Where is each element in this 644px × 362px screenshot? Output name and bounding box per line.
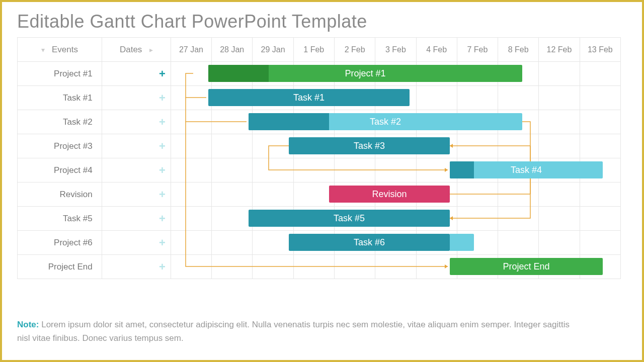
cell xyxy=(253,183,293,207)
cell xyxy=(498,110,539,134)
gantt-chart: ▾ Events Dates ▸ 27 Jan28 Jan29 Jan1 Feb… xyxy=(17,37,621,309)
row-date-cell: + xyxy=(102,255,171,279)
cell xyxy=(416,86,457,110)
cell xyxy=(253,62,293,86)
gantt-row: Project End+ xyxy=(18,255,621,279)
cell xyxy=(334,110,375,134)
chevron-right-icon[interactable]: ▸ xyxy=(149,46,153,54)
cell xyxy=(171,183,211,207)
cell xyxy=(416,110,457,134)
plus-icon[interactable]: + xyxy=(159,117,166,128)
row-label: Project #3 xyxy=(18,134,102,158)
row-date-cell: + xyxy=(102,183,171,207)
cell xyxy=(375,158,416,183)
cell xyxy=(457,158,498,183)
cell xyxy=(375,207,416,231)
cell xyxy=(293,134,334,158)
cell xyxy=(334,86,375,110)
cell xyxy=(253,134,293,158)
plus-icon[interactable]: + xyxy=(159,213,166,224)
col-events: ▾ Events xyxy=(18,38,102,62)
col-day-9: 12 Feb xyxy=(539,38,580,62)
footnote: Note: Lorem ipsum dolor sit amet, consec… xyxy=(17,318,571,345)
cell xyxy=(416,158,457,183)
gantt-row: Task #2+ xyxy=(18,110,621,134)
col-events-label: Events xyxy=(52,45,78,54)
gantt-row: Project #4+ xyxy=(18,158,621,183)
cell xyxy=(375,231,416,255)
plus-icon[interactable]: + xyxy=(159,237,166,248)
gantt-grid: ▾ Events Dates ▸ 27 Jan28 Jan29 Jan1 Feb… xyxy=(17,37,621,279)
cell xyxy=(375,183,416,207)
cell xyxy=(171,255,211,279)
gantt-row: Project #1+ xyxy=(18,62,621,86)
gantt-row: Project #3+ xyxy=(18,134,621,158)
cell xyxy=(293,158,334,183)
cell xyxy=(293,207,334,231)
cell xyxy=(334,255,375,279)
cell xyxy=(293,86,334,110)
row-label: Task #1 xyxy=(18,86,102,110)
cell xyxy=(212,207,253,231)
cell xyxy=(498,183,539,207)
cell xyxy=(539,134,580,158)
col-day-4: 2 Feb xyxy=(334,38,375,62)
cell xyxy=(498,62,539,86)
cell xyxy=(539,110,580,134)
col-dates: Dates ▸ xyxy=(102,38,171,62)
row-label: Revision xyxy=(18,183,102,207)
page-title: Editable Gantt Chart PowerPoint Template xyxy=(17,11,627,32)
cell xyxy=(498,86,539,110)
cell xyxy=(375,62,416,86)
chevron-down-icon[interactable]: ▾ xyxy=(41,46,45,54)
row-label: Project #4 xyxy=(18,158,102,183)
cell xyxy=(498,134,539,158)
cell xyxy=(416,231,457,255)
row-date-cell: + xyxy=(102,207,171,231)
cell xyxy=(253,110,293,134)
plus-icon[interactable]: + xyxy=(159,68,166,79)
cell xyxy=(171,62,211,86)
cell xyxy=(334,134,375,158)
row-date-cell: + xyxy=(102,158,171,183)
cell xyxy=(212,110,253,134)
cell xyxy=(539,255,580,279)
cell xyxy=(171,86,211,110)
cell xyxy=(498,207,539,231)
cell xyxy=(334,62,375,86)
cell xyxy=(539,231,580,255)
cell xyxy=(212,255,253,279)
row-label: Task #5 xyxy=(18,207,102,231)
col-day-10: 13 Feb xyxy=(580,38,620,62)
gantt-row: Task #1+ xyxy=(18,86,621,110)
col-day-2: 29 Jan xyxy=(253,38,293,62)
cell xyxy=(498,255,539,279)
plus-icon[interactable]: + xyxy=(159,93,166,104)
gantt-row: Project #6+ xyxy=(18,231,621,255)
cell xyxy=(171,158,211,183)
col-day-7: 7 Feb xyxy=(457,38,498,62)
cell xyxy=(457,207,498,231)
cell xyxy=(457,183,498,207)
cell xyxy=(171,231,211,255)
cell xyxy=(498,158,539,183)
cell xyxy=(580,231,620,255)
col-day-8: 8 Feb xyxy=(498,38,539,62)
cell xyxy=(457,110,498,134)
plus-icon[interactable]: + xyxy=(159,261,166,273)
cell xyxy=(293,255,334,279)
cell xyxy=(580,255,620,279)
slide: Editable Gantt Chart PowerPoint Template… xyxy=(0,0,644,362)
cell xyxy=(293,110,334,134)
cell xyxy=(539,86,580,110)
col-day-3: 1 Feb xyxy=(293,38,334,62)
cell xyxy=(253,231,293,255)
cell xyxy=(212,183,253,207)
plus-icon[interactable]: + xyxy=(159,141,166,152)
cell xyxy=(416,183,457,207)
cell xyxy=(457,231,498,255)
plus-icon[interactable]: + xyxy=(159,189,166,200)
cell xyxy=(457,134,498,158)
plus-icon[interactable]: + xyxy=(159,165,166,176)
gantt-row: Task #5+ xyxy=(18,207,621,231)
